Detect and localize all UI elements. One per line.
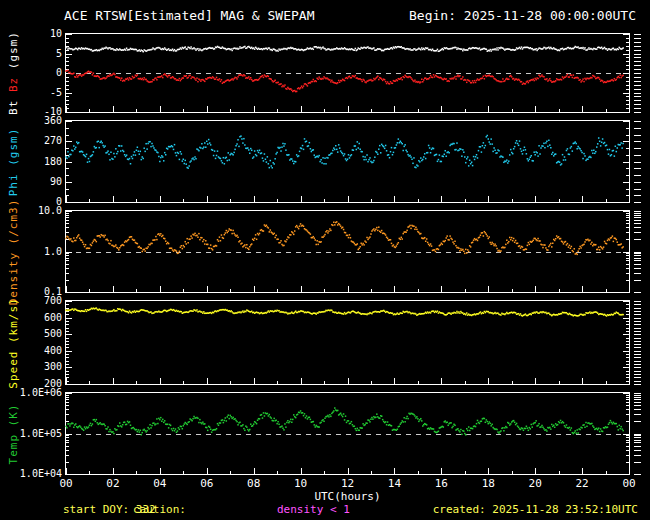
x-tick-label: 10 <box>291 477 311 490</box>
y-axis-label-part: Phi (gsm) <box>7 127 20 196</box>
x-axis-label: UTC(hours) <box>65 490 630 503</box>
y-axis-label-speed: Speed (km/s) <box>7 297 20 388</box>
y-axis-label-part: Speed (km/s) <box>7 297 20 388</box>
y-tick-label-temp: 1.0E+06 <box>14 387 62 398</box>
x-tick-label: 02 <box>103 477 123 490</box>
y-axis-label-part: Bz <box>7 69 20 92</box>
panel-density-canvas <box>65 210 644 293</box>
x-tick-label: 12 <box>338 477 358 490</box>
y-tick-label-temp: 1.0E+05 <box>14 428 62 439</box>
y-tick-label-temp: 1.0E+04 <box>14 468 62 479</box>
y-tick-label-bt-bz: 5 <box>14 48 62 59</box>
panel-temp-canvas <box>65 392 644 475</box>
y-tick-label-phi: 360 <box>14 115 62 126</box>
x-tick-label: 14 <box>384 477 404 490</box>
x-tick-label: 06 <box>197 477 217 490</box>
plot-title: ACE RTSW[Estimated] MAG & SWEPAM <box>64 8 314 23</box>
y-axis-label-part: (gsm) <box>7 31 20 69</box>
y-tick-label-speed: 600 <box>14 312 62 323</box>
y-axis-label-phi: Phi (gsm) <box>7 127 20 196</box>
x-tick-label: 16 <box>431 477 451 490</box>
y-tick-label-speed: 700 <box>14 295 62 306</box>
y-tick-label-bt-bz: 10 <box>14 28 62 39</box>
y-tick-label-speed: 500 <box>14 328 62 339</box>
x-tick-label: 20 <box>525 477 545 490</box>
footer-created-timestamp: created: 2025-11-28 23:52:10UTC <box>433 503 638 516</box>
y-tick-label-bt-bz: -5 <box>14 87 62 98</box>
footer-caution-value: density < 1 <box>277 503 350 516</box>
begin-timestamp: Begin: 2025-11-28 00:00:00UTC <box>409 8 636 23</box>
ace-rtsw-plot: ACE RTSW[Estimated] MAG & SWEPAM Begin: … <box>0 0 650 520</box>
x-tick-label: 08 <box>244 477 264 490</box>
footer-caution-label: caution: <box>133 503 186 516</box>
x-tick-label: 04 <box>150 477 170 490</box>
y-axis-label-part: Density (/cm3) <box>7 198 20 305</box>
x-tick-label: 00 <box>619 477 639 490</box>
y-axis-label-part: Bt <box>7 92 20 115</box>
y-tick-label-phi: 90 <box>14 176 62 187</box>
y-tick-label-phi: 270 <box>14 135 62 146</box>
y-axis-label-temp: Temp (K) <box>7 403 20 464</box>
y-tick-label-density: 10.0 <box>14 205 62 216</box>
panel-bt-bz-canvas <box>65 33 644 113</box>
x-tick-label: 18 <box>478 477 498 490</box>
panel-speed-canvas <box>65 300 644 385</box>
y-tick-label-speed: 300 <box>14 361 62 372</box>
y-tick-label-speed: 400 <box>14 345 62 356</box>
y-tick-label-bt-bz: 0 <box>14 67 62 78</box>
y-axis-label-density: Density (/cm3) <box>7 198 20 305</box>
y-tick-label-density: 1.0 <box>14 246 62 257</box>
y-tick-label-phi: 180 <box>14 156 62 167</box>
panel-phi-canvas <box>65 120 644 203</box>
y-axis-label-bt-bz: Bt Bz (gsm) <box>7 31 20 115</box>
y-axis-label-part: Temp (K) <box>7 403 20 464</box>
x-tick-label: 00 <box>56 477 76 490</box>
x-tick-label: 22 <box>572 477 592 490</box>
